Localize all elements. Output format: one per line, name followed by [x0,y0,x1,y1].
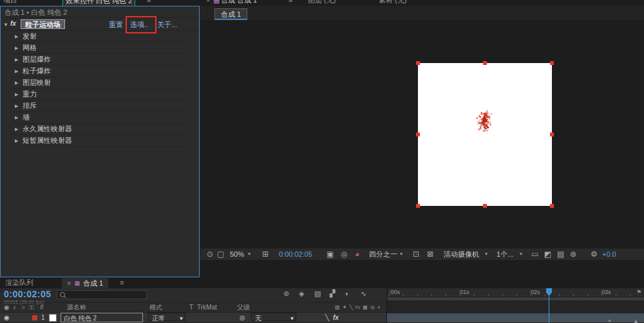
comp-mini-flowchart-icon[interactable]: ⊛ [283,290,289,298]
composition-canvas[interactable] [418,63,552,206]
show-snapshot-icon[interactable]: ◎ [341,248,347,260]
mode-column-header[interactable]: 模式 [149,303,162,312]
source-name-column-header[interactable]: 源名称 [67,303,86,312]
fx-switch-icon[interactable]: fx [333,313,339,322]
twirl-right-icon[interactable]: ▶ [15,138,18,143]
time-ruler[interactable]: :00s 01s 02s 03s ⚑ [387,288,644,297]
dropdown-arrow-icon[interactable]: ▾ [400,248,402,260]
selection-handle-top-right[interactable] [550,61,554,65]
property-row-grid[interactable]: ▶ 网格 [11,42,189,54]
twirl-right-icon[interactable]: ▶ [15,57,18,62]
timeline-zoom-in-icon[interactable]: ▲ [633,318,639,323]
flowchart-icon[interactable]: ⊛ [570,248,576,260]
twirl-right-icon[interactable]: ▶ [15,69,18,74]
twirl-right-icon[interactable]: ▶ [15,46,18,51]
current-time-indicator[interactable] [549,288,549,323]
transparency-grid-icon[interactable]: ⊠ [427,248,433,260]
graph-editor-icon[interactable]: ∿ [361,290,366,298]
screen-icon[interactable]: ▢ [217,248,224,260]
dropdown-arrow-icon[interactable]: ▾ [248,248,251,260]
draft-3d-icon[interactable]: ◈ [299,290,304,298]
search-box[interactable] [57,290,147,299]
dropdown-arrow-icon[interactable]: ▾ [485,248,488,260]
footage-viewer-tab[interactable]: 素材 (无) [379,0,406,5]
snapshot-icon[interactable]: ▣ [327,248,334,260]
shy-icon[interactable]: ▧ [314,290,321,298]
gear-icon[interactable]: ⚙ [591,248,598,260]
selection-handle-middle-right[interactable] [550,133,554,136]
view-layout-select[interactable]: 1个... [497,248,513,260]
render-queue-tab[interactable]: 渲染队列 [5,277,33,288]
layer-visibility-eye-icon[interactable]: ◉ [4,313,10,322]
view-select[interactable]: 活动摄像机 [444,248,479,260]
close-icon[interactable]: × [67,279,71,287]
exposure-value[interactable]: +0.0 [602,248,616,260]
panel-menu-icon[interactable]: ≡ [120,277,124,288]
twirl-right-icon[interactable]: ▶ [15,104,18,109]
timeline-zoom-out-icon[interactable]: ▲ [607,318,612,322]
audio-column-icon[interactable]: ♪ [13,303,16,312]
region-of-interest-icon[interactable]: ⊡ [413,248,419,260]
timeline-comp-tab[interactable]: × ▦ 合成 1 [62,278,108,288]
trkmat-column-header[interactable]: TrkMat [197,303,217,312]
t-column-header[interactable]: T [189,303,193,312]
selection-handle-middle-left[interactable] [416,133,420,136]
pixel-aspect-icon[interactable]: ▭ [531,248,538,260]
comp-marker-bin-icon[interactable]: ⚑ [636,288,641,297]
parent-pickwhip-icon[interactable]: ◎ [240,313,245,322]
panel-menu-icon[interactable]: ≡ [289,0,292,5]
timeline-button-icon[interactable]: ▤ [557,248,564,260]
property-row-persistent-property-mapper[interactable]: ▶ 永久属性映射器 [11,124,189,135]
composition-breadcrumb-tab[interactable]: 合成 1 [214,8,247,20]
motion-blur-icon[interactable]: ◐ [345,290,350,297]
layer-duration-bar[interactable] [387,313,644,322]
blend-mode-select[interactable]: 正常 ▾ [148,313,185,321]
project-panel-tab[interactable]: 项目 [3,0,17,5]
twirl-right-icon[interactable]: ▶ [15,80,18,86]
parent-select[interactable]: 无 ▾ [251,313,296,321]
always-preview-icon[interactable]: ⊙ [207,248,213,260]
fast-preview-icon[interactable]: ◩ [544,248,551,260]
property-row-gravity[interactable]: ▶ 重力 [11,89,189,100]
composition-viewer-tab[interactable]: 合成 合成 1 [221,0,257,5]
selection-handle-bottom-right[interactable] [550,204,554,208]
lock-column-icon[interactable]: ⚿ [29,303,34,312]
close-icon[interactable]: × [206,0,210,5]
effect-controls-panel-tab[interactable]: 效果控件 白色 纯色 2 [62,0,135,6]
twirl-right-icon[interactable]: ▶ [15,115,18,120]
twirl-right-icon[interactable]: ▶ [15,127,18,132]
selection-handle-top-left[interactable] [416,61,420,65]
selection-handle-bottom-left[interactable] [416,204,420,208]
property-row-cannon[interactable]: ▶ 发射 [11,31,189,42]
selection-handle-bottom-center[interactable] [483,204,487,208]
property-row-layer-map[interactable]: ▶ 图层映射 [11,77,189,89]
property-row-layer-exploder[interactable]: ▶ 图层爆炸 [11,54,189,66]
solo-column-icon[interactable]: ○ [21,303,25,312]
dropdown-arrow-icon[interactable]: ▾ [520,248,522,260]
property-row-repel[interactable]: ▶ 排斥 [11,100,189,112]
current-time-display[interactable]: 0:00:02:05 [4,289,52,299]
viewer-stage[interactable] [200,21,644,248]
reset-button[interactable]: 重置 [109,20,123,30]
quality-switch-icon[interactable]: ╲ [325,313,329,322]
grid-guides-icon[interactable]: ⊞ [262,248,269,260]
effect-name[interactable]: 粒子运动场 [21,19,65,29]
channels-icon[interactable]: ◕ [355,248,359,260]
twirl-right-icon[interactable]: ▶ [15,34,18,39]
property-row-wall[interactable]: ▶ 墙 [11,112,189,124]
layer-name[interactable]: 白色 纯色 2 [61,313,143,322]
layer-row[interactable]: ◉ 1 白色 纯色 2 正常 ▾ ◎ 无 ▾ ╲ fx [0,313,386,323]
property-row-ephemeral-property-mapper[interactable]: ▶ 短暂属性映射器 [11,135,189,147]
viewer-timecode[interactable]: 0:00:02:05 [279,248,312,260]
twirl-right-icon[interactable]: ▶ [15,92,18,97]
parent-column-header[interactable]: 父级 [237,303,250,312]
panel-menu-icon[interactable]: ≡ [147,0,151,5]
search-input[interactable] [68,291,146,300]
layer-label-color-chip[interactable] [32,315,37,320]
zoom-select[interactable]: 50% [230,248,244,260]
resolution-select[interactable]: 四分之一 [369,248,397,260]
frame-blend-icon[interactable]: ▞ [330,290,335,298]
property-row-particle-exploder[interactable]: ▶ 粒子爆炸 [11,66,189,77]
twirl-down-icon[interactable]: ▼ [3,22,8,28]
about-button[interactable]: 关于... [157,20,177,30]
